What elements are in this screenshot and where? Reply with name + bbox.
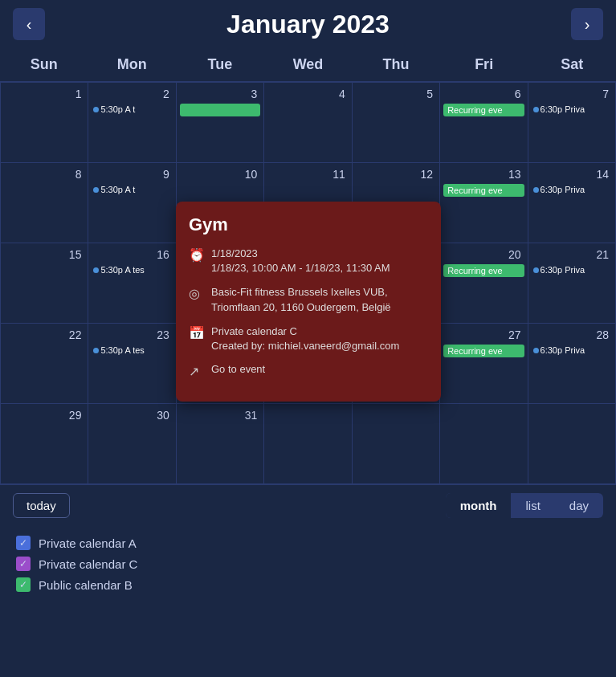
- event-630p-sat-w3[interactable]: 6:30p Priva: [532, 264, 612, 275]
- location-icon: ◎: [189, 286, 203, 301]
- event-recurring-fri-w1[interactable]: Recurring eve: [443, 104, 524, 116]
- day-header-mon: Mon: [88, 48, 177, 81]
- calendars-section: ✓ Private calendar A ✓ Private calendar …: [0, 526, 616, 608]
- blue-dot-icon: [93, 107, 99, 112]
- popup-datetime: 1/18/2023 1/18/23, 10:00 AM - 1/18/23, 1…: [211, 247, 390, 275]
- calendar-checkbox-c[interactable]: ✓: [16, 557, 31, 571]
- day-cell-14[interactable]: 14 6:30p Priva: [528, 163, 616, 243]
- calendar-item-c[interactable]: ✓ Private calendar C: [16, 557, 600, 571]
- view-switcher: month list day: [446, 493, 603, 518]
- day-cell-20[interactable]: 20 Recurring eve: [440, 243, 528, 324]
- go-to-event-link[interactable]: Go to event: [211, 363, 265, 375]
- day-cell-13[interactable]: 13 Recurring eve: [440, 163, 528, 243]
- footer-bar: today month list day: [0, 484, 616, 526]
- external-link-icon: ↗: [189, 364, 203, 379]
- popup-calendar-info: Private calendar C Created by: michiel.v…: [211, 324, 399, 353]
- event-630p-sat-w1[interactable]: 6:30p Priva: [532, 104, 612, 115]
- list-view-button[interactable]: list: [511, 493, 554, 518]
- popup-goto-row[interactable]: ↗ Go to event: [189, 363, 428, 379]
- day-cell-23[interactable]: 23 5:30p A tes: [88, 324, 176, 404]
- day-cell-21[interactable]: 21 6:30p Priva: [528, 243, 616, 324]
- day-cell-empty-3: [440, 404, 528, 484]
- event-630p-sat-w4[interactable]: 6:30p Priva: [532, 345, 612, 356]
- blue-dot-icon: [533, 107, 539, 112]
- calendar-header: ‹ January 2023 ›: [0, 0, 616, 48]
- popup-datetime-row: ⏰ 1/18/2023 1/18/23, 10:00 AM - 1/18/23,…: [189, 247, 428, 275]
- blue-dot-icon: [93, 187, 99, 193]
- day-header-sun: Sun: [0, 48, 88, 81]
- popup-location: Basic-Fit fitness Brussels Ixelles VUB, …: [211, 285, 391, 314]
- day-cell-2[interactable]: 2 5:30p A t: [88, 83, 176, 163]
- calendar-item-b[interactable]: ✓ Public calendar B: [16, 577, 600, 592]
- day-cell-28[interactable]: 28 6:30p Priva: [528, 324, 616, 404]
- event-530p-mon-w3[interactable]: 5:30p A tes: [92, 264, 172, 275]
- day-cell-8[interactable]: 8: [1, 163, 88, 243]
- event-530p-mon-w4[interactable]: 5:30p A tes: [92, 345, 172, 356]
- day-headers: Sun Mon Tue Wed Thu Fri Sat: [0, 48, 616, 82]
- day-view-button[interactable]: day: [555, 493, 603, 518]
- day-cell-29[interactable]: 29: [1, 404, 88, 484]
- blue-dot-icon: [93, 267, 99, 273]
- clock-icon: ⏰: [189, 247, 203, 263]
- day-cell-4[interactable]: 4: [264, 83, 352, 163]
- day-cell-3[interactable]: 3: [177, 83, 264, 163]
- calendar-item-a[interactable]: ✓ Private calendar A: [16, 536, 600, 550]
- day-cell-30[interactable]: 30: [88, 404, 176, 484]
- day-cell-empty-1: [264, 404, 352, 484]
- day-header-fri: Fri: [440, 48, 528, 81]
- event-530p-mon-w2[interactable]: 5:30p A t: [92, 184, 172, 195]
- day-cell-15[interactable]: 15: [1, 243, 88, 324]
- day-cell-6[interactable]: 6 Recurring eve: [440, 83, 528, 163]
- day-cell-16[interactable]: 16 5:30p A tes: [88, 243, 176, 324]
- day-cell-22[interactable]: 22: [1, 324, 88, 404]
- month-view-button[interactable]: month: [446, 493, 512, 518]
- blue-dot-icon: [533, 348, 539, 353]
- day-header-thu: Thu: [352, 48, 440, 81]
- today-button[interactable]: today: [13, 493, 70, 518]
- blue-dot-icon: [93, 348, 99, 353]
- day-cell-empty-2: [353, 404, 440, 484]
- day-cell-27[interactable]: 27 Recurring eve: [440, 324, 528, 404]
- day-cell-1[interactable]: 1: [1, 83, 88, 163]
- event-530p-mon-w1[interactable]: 5:30p A t: [92, 104, 172, 115]
- calendar-icon: 📅: [189, 325, 203, 341]
- calendar-checkbox-a[interactable]: ✓: [16, 536, 31, 550]
- day-cell-empty-4: [528, 404, 616, 484]
- event-popup: Gym ⏰ 1/18/2023 1/18/23, 10:00 AM - 1/18…: [176, 202, 441, 402]
- calendar-checkbox-b[interactable]: ✓: [16, 577, 31, 592]
- event-recurring-fri-w4[interactable]: Recurring eve: [443, 345, 524, 357]
- popup-title: Gym: [189, 214, 428, 235]
- prev-month-button[interactable]: ‹: [13, 8, 45, 40]
- event-green-tue-w1[interactable]: [180, 104, 260, 116]
- calendar-grid: 1 2 5:30p A t 3 4 5 6 Recurring eve 7 6:…: [0, 82, 616, 484]
- day-cell-31[interactable]: 31: [177, 404, 264, 484]
- day-cell-7[interactable]: 7 6:30p Priva: [528, 83, 616, 163]
- calendar-label-b: Public calendar B: [39, 578, 133, 592]
- event-recurring-fri-w2[interactable]: Recurring eve: [443, 184, 524, 197]
- day-cell-5[interactable]: 5: [353, 83, 440, 163]
- event-630p-sat-w2[interactable]: 6:30p Priva: [532, 184, 612, 195]
- month-title: January 2023: [226, 10, 390, 39]
- calendar-label-c: Private calendar C: [39, 557, 137, 571]
- day-header-tue: Tue: [176, 48, 264, 81]
- next-month-button[interactable]: ›: [571, 8, 603, 40]
- calendar-label-a: Private calendar A: [39, 536, 137, 550]
- blue-dot-icon: [533, 267, 539, 273]
- blue-dot-icon: [533, 187, 539, 193]
- event-recurring-fri-w3[interactable]: Recurring eve: [443, 264, 524, 277]
- popup-location-row: ◎ Basic-Fit fitness Brussels Ixelles VUB…: [189, 285, 428, 314]
- popup-calendar-row: 📅 Private calendar C Created by: michiel…: [189, 324, 428, 353]
- day-header-sat: Sat: [528, 48, 616, 81]
- day-cell-9[interactable]: 9 5:30p A t: [88, 163, 176, 243]
- day-header-wed: Wed: [264, 48, 353, 81]
